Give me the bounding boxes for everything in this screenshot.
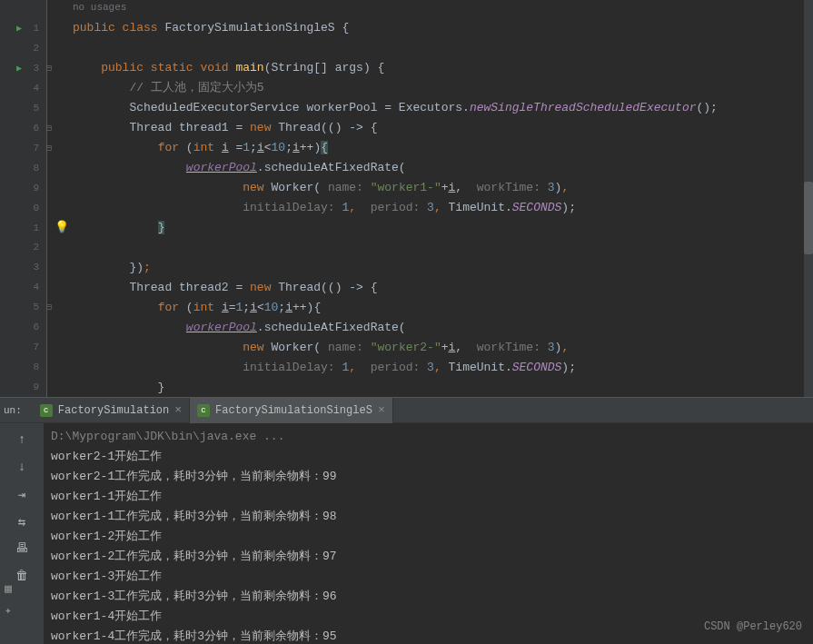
run-line-icon[interactable]: ▶ (16, 23, 22, 34)
java-class-icon: c (40, 404, 53, 417)
gutter-row[interactable]: 5 (0, 98, 46, 118)
code-line[interactable]: // 工人池，固定大小为5 (73, 78, 813, 98)
toolbar-button[interactable]: ⇆ (13, 512, 31, 530)
run-panel: un: cFactorySimulation×cFactorySimulatio… (0, 397, 813, 644)
line-number: 9 (33, 381, 39, 392)
line-number: 8 (33, 163, 39, 173)
code-line[interactable]: ScheduledExecutorService workerPool = Ex… (73, 98, 813, 118)
console-line: worker1-2工作完成，耗时3分钟，当前剩余物料：97 (51, 547, 806, 567)
line-number: 9 (33, 183, 39, 193)
line-number: 4 (33, 282, 39, 292)
gutter-row[interactable]: 0 (0, 198, 46, 218)
console-line: worker1-4开始工作 (51, 607, 806, 627)
code-line[interactable]: } (73, 378, 813, 397)
code-line[interactable]: }); (73, 258, 813, 278)
gutter-row[interactable]: ▶⊟3 (0, 58, 46, 78)
line-number: 5 (33, 103, 39, 114)
console-line: worker1-1开始工作 (51, 487, 806, 507)
code-line[interactable]: } (73, 218, 813, 238)
console-line: worker2-1开始工作 (51, 447, 806, 467)
run-label: un: (0, 405, 33, 416)
line-number: 8 (33, 362, 39, 372)
tab-label: FactorySimulation (58, 404, 169, 417)
fold-icon[interactable]: ⊟ (46, 63, 52, 74)
console-line: worker1-4工作完成，耗时3分钟，当前剩余物料：95 (51, 627, 806, 644)
code-line[interactable] (73, 238, 813, 258)
code-line[interactable]: public class FactorySimulationSingleS { (73, 18, 813, 38)
usages-hint: no usages (73, 2, 126, 13)
code-line[interactable]: workerPool.scheduleAtFixedRate( (73, 158, 813, 178)
left-tool-strip: ▦ ✦ (0, 581, 16, 618)
gutter-row[interactable]: 6 (0, 317, 46, 337)
fold-icon[interactable]: ⊟ (46, 302, 52, 312)
code-line[interactable]: workerPool.scheduleAtFixedRate( (73, 318, 813, 338)
code-line[interactable] (73, 38, 813, 58)
line-number: 2 (33, 242, 39, 253)
gutter-row[interactable]: 2 (0, 237, 46, 257)
gutter-row[interactable]: 8 (0, 158, 46, 178)
watermark-text: CSDN @Perley620 (704, 620, 802, 633)
fold-icon[interactable]: ⊟ (46, 143, 52, 154)
fold-icon[interactable]: ⊟ (46, 123, 52, 134)
editor-scrollbar[interactable] (804, 0, 813, 397)
toolbar-button[interactable]: 🖶 (13, 540, 31, 558)
console-line: worker2-1工作完成，耗时3分钟，当前剩余物料：99 (51, 467, 806, 487)
gutter-row[interactable]: ▶1 (0, 18, 46, 38)
gutter-row[interactable]: 4 (0, 78, 46, 98)
close-icon[interactable]: × (174, 403, 182, 417)
gutter-row[interactable]: 9 (0, 178, 46, 198)
code-editor[interactable]: ▶12▶⊟345⊟6⊟78901234⊟56789 💡 no usages pu… (0, 0, 813, 397)
toolbar-button[interactable]: ↑ (13, 431, 31, 449)
toolbar-button[interactable]: ⇥ (13, 485, 31, 503)
code-line[interactable]: new Worker( name: "worker2-"+i, workTime… (73, 338, 813, 358)
gutter-row[interactable]: 8 (0, 357, 46, 377)
tab-label: FactorySimulationSingleS (215, 404, 372, 417)
code-line[interactable]: new Worker( name: "worker1-"+i, workTime… (73, 178, 813, 198)
code-line[interactable]: initialDelay: 1, period: 3, TimeUnit.SEC… (73, 358, 813, 378)
console-output[interactable]: D:\Myprogram\JDK\bin\java.exe ...worker2… (44, 423, 813, 644)
gutter-row[interactable]: 3 (0, 257, 46, 277)
favorites-icon[interactable]: ✦ (5, 603, 12, 618)
code-line[interactable]: for (int i =1;i<10;i++){ (73, 138, 813, 158)
console-line: worker1-3开始工作 (51, 567, 806, 587)
line-number: 1 (33, 23, 39, 34)
line-number: 0 (33, 203, 39, 213)
line-number: 2 (33, 43, 39, 54)
code-line[interactable]: Thread thread1 = new Thread(() -> { (73, 118, 813, 138)
scroll-thumb[interactable] (804, 182, 813, 254)
close-icon[interactable]: × (378, 403, 385, 417)
line-number: 6 (33, 123, 39, 134)
run-tab[interactable]: cFactorySimulationSingleS× (190, 398, 393, 423)
gutter-row[interactable]: ⊟7 (0, 138, 46, 158)
gutter-row[interactable]: 7 (0, 337, 46, 357)
gutter-row[interactable]: 1 (0, 218, 46, 238)
gutter-row[interactable]: 4 (0, 277, 46, 297)
gutter: ▶12▶⊟345⊟6⊟78901234⊟56789 (0, 0, 47, 397)
run-tabs-bar: un: cFactorySimulation×cFactorySimulatio… (0, 398, 813, 423)
code-line[interactable]: initialDelay: 1, period: 3, TimeUnit.SEC… (73, 198, 813, 218)
java-class-icon: c (197, 404, 210, 417)
line-number: 5 (33, 302, 39, 312)
line-number: 4 (33, 83, 39, 94)
code-line[interactable]: for (int i=1;i<10;i++){ (73, 298, 813, 318)
toolbar-button[interactable]: ↓ (13, 458, 31, 476)
code-line[interactable]: Thread thread2 = new Thread(() -> { (73, 278, 813, 298)
line-number: 7 (33, 143, 39, 154)
line-number: 7 (33, 342, 39, 352)
intention-bulb-icon[interactable]: 💡 (55, 220, 69, 234)
console-line: D:\Myprogram\JDK\bin\java.exe ... (51, 427, 806, 447)
run-tab[interactable]: cFactorySimulation× (33, 398, 190, 423)
code-area[interactable]: no usages public class FactorySimulation… (47, 0, 813, 397)
structure-icon[interactable]: ▦ (5, 581, 12, 596)
run-line-icon[interactable]: ▶ (16, 63, 22, 74)
line-number: 6 (33, 322, 39, 332)
gutter-row[interactable]: 2 (0, 38, 46, 58)
gutter-row[interactable]: ⊟5 (0, 297, 46, 317)
gutter-row[interactable]: ⊟6 (0, 118, 46, 138)
line-number: 1 (33, 223, 39, 233)
console-line: worker1-2开始工作 (51, 527, 806, 547)
gutter-row[interactable]: 9 (0, 377, 46, 397)
line-number: 3 (33, 63, 39, 74)
line-number: 3 (33, 262, 39, 272)
code-line[interactable]: public static void main(String[] args) { (73, 58, 813, 78)
